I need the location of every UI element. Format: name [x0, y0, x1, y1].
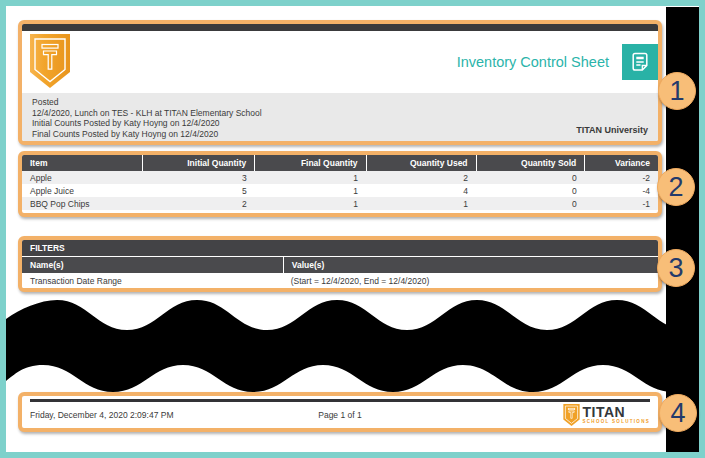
inventory-header-row: Item Initial Quantity Final Quantity Qua… [22, 155, 658, 171]
cell-final: 1 [255, 184, 366, 197]
callout-badge-2: 2 [657, 168, 695, 206]
inventory-table: Item Initial Quantity Final Quantity Qua… [22, 155, 658, 210]
annotation-box-inventory-table: Item Initial Quantity Final Quantity Qua… [18, 151, 662, 217]
footer-page-number: Page 1 of 1 [30, 410, 650, 420]
cell-used: 1 [366, 197, 476, 210]
cell-final: 1 [255, 197, 366, 210]
footer-logo-wordmark: TITAN [583, 405, 650, 419]
titan-shield-icon [563, 404, 580, 426]
column-header-variance: Variance [585, 155, 658, 171]
cell-item: Apple [22, 171, 143, 184]
column-header-values: Value(s) [283, 257, 658, 273]
callout-badge-3: 3 [657, 249, 695, 287]
cell-initial: 2 [143, 197, 255, 210]
filters-title-bar: FILTERS [22, 240, 658, 256]
column-header-quantity-used: Quantity Used [366, 155, 476, 171]
annotation-box-filters: FILTERS Name(s) Value(s) Transaction Dat… [18, 236, 662, 292]
cell-item: Apple Juice [22, 184, 143, 197]
cell-sold: 0 [476, 184, 585, 197]
table-row: Apple 3 1 2 0 -2 [22, 171, 658, 184]
titan-shield-logo [30, 34, 70, 88]
column-header-item: Item [22, 155, 143, 171]
cell-initial: 5 [143, 184, 255, 197]
posted-label: Posted [32, 97, 648, 108]
report-title: Inventory Control Sheet [457, 54, 609, 70]
cell-used: 2 [366, 171, 476, 184]
organization-name: TITAN University [576, 125, 648, 136]
table-row: BBQ Pop Chips 2 1 1 0 -1 [22, 197, 658, 210]
callout-badge-4: 4 [659, 394, 697, 432]
cell-item: BBQ Pop Chips [22, 197, 143, 210]
report-document-icon [622, 44, 658, 80]
filter-row: Transaction Date Range (Start = 12/4/202… [22, 273, 658, 288]
column-header-initial-quantity: Initial Quantity [143, 155, 255, 171]
filters-title: FILTERS [30, 243, 65, 253]
annotation-box-header: Inventory Control Sheet Posted 12/4/2020… [18, 20, 662, 145]
cell-variance: -1 [585, 197, 658, 210]
page-frame: Inventory Control Sheet Posted 12/4/2020… [0, 0, 705, 458]
posted-final-counts-line: Final Counts Posted by Katy Hoyng on 12/… [32, 129, 648, 140]
column-header-quantity-sold: Quantity Sold [476, 155, 585, 171]
footer-titan-logo: TITAN SCHOOL SOLUTIONS [563, 404, 650, 426]
filter-name: Transaction Date Range [22, 273, 283, 288]
report-header: Inventory Control Sheet [22, 31, 658, 93]
cell-used: 4 [366, 184, 476, 197]
column-header-final-quantity: Final Quantity [255, 155, 366, 171]
page-top-rule [22, 24, 658, 31]
filters-header-row: Name(s) Value(s) [22, 257, 658, 273]
posted-event-line: 12/4/2020, Lunch on TES - KLH at TITAN E… [32, 108, 648, 119]
cell-variance: -2 [585, 171, 658, 184]
posted-initial-counts-line: Initial Counts Posted by Katy Hoyng on 1… [32, 118, 648, 129]
cell-sold: 0 [476, 171, 585, 184]
posted-summary: Posted 12/4/2020, Lunch on TES - KLH at … [22, 93, 658, 141]
annotation-box-footer: Friday, December 4, 2020 2:09:47 PM Page… [18, 392, 662, 432]
table-row: Apple Juice 5 1 4 0 -4 [22, 184, 658, 197]
footer-logo-subtitle: SCHOOL SOLUTIONS [583, 420, 650, 425]
torn-page-wave [6, 295, 699, 395]
filter-value: (Start = 12/4/2020, End = 12/4/2020) [283, 273, 658, 288]
cell-initial: 3 [143, 171, 255, 184]
cell-sold: 0 [476, 197, 585, 210]
cell-final: 1 [255, 171, 366, 184]
footer-bar: Friday, December 4, 2020 2:09:47 PM Page… [30, 402, 650, 427]
callout-badge-1: 1 [658, 72, 696, 110]
cell-variance: -4 [585, 184, 658, 197]
column-header-names: Name(s) [22, 257, 283, 273]
